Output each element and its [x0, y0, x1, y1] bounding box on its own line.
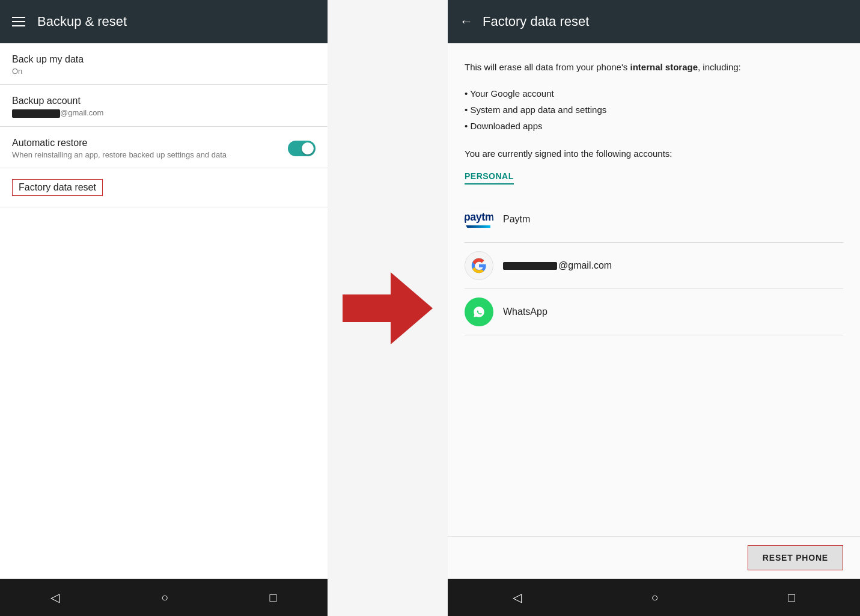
whatsapp-account-item[interactable]: WhatsApp: [465, 289, 843, 335]
right-header: ← Factory data reset: [448, 0, 860, 43]
warning-text-after: , including:: [698, 62, 741, 72]
bullet-list: • Your Google account • System and app d…: [465, 85, 843, 134]
bullet-item-1: • System and app data and settings: [465, 102, 843, 118]
direction-arrow: [343, 272, 433, 344]
backup-account-subtitle: @gmail.com: [12, 108, 316, 118]
bullet-item-0: • Your Google account: [465, 85, 843, 102]
left-recents-nav[interactable]: □: [270, 591, 277, 605]
automatic-restore-subtitle: When reinstalling an app, restore backed…: [12, 150, 227, 159]
right-recents-nav[interactable]: □: [788, 591, 795, 605]
arrow-head: [391, 272, 433, 344]
right-bottom-nav: ◁ ○ □: [448, 579, 860, 616]
reset-phone-section: RESET PHONE: [448, 536, 860, 579]
paytm-account-item[interactable]: paytm Paytm: [465, 197, 843, 243]
back-up-data-item[interactable]: Back up my data On: [0, 43, 328, 85]
right-back-nav[interactable]: ◁: [513, 590, 522, 605]
factory-reset-item[interactable]: Factory data reset: [0, 168, 328, 207]
arrow-annotation: [328, 0, 448, 616]
left-content: Back up my data On Backup account @gmail…: [0, 43, 328, 579]
backup-account-item[interactable]: Backup account @gmail.com: [0, 85, 328, 127]
automatic-restore-item[interactable]: Automatic restore When reinstalling an a…: [0, 127, 328, 168]
warning-bold: internal storage: [630, 62, 698, 72]
blurred-email: [12, 109, 60, 118]
whatsapp-account-name: WhatsApp: [503, 306, 547, 317]
google-email-suffix: @gmail.com: [558, 260, 612, 270]
personal-tab[interactable]: Personal: [465, 171, 514, 184]
warning-text-before: This will erase all data from your phone…: [465, 62, 630, 72]
automatic-restore-title: Automatic restore: [12, 138, 227, 148]
left-back-nav[interactable]: ◁: [50, 590, 59, 605]
factory-reset-label[interactable]: Factory data reset: [12, 179, 103, 196]
right-panel: ← Factory data reset This will erase all…: [448, 0, 860, 616]
left-panel: Backup & reset Back up my data On Backup…: [0, 0, 328, 616]
right-header-title: Factory data reset: [483, 14, 589, 29]
arrow-body: [343, 294, 391, 322]
back-icon[interactable]: ←: [460, 14, 473, 29]
back-up-data-subtitle: On: [12, 67, 316, 76]
hamburger-icon[interactable]: [12, 17, 25, 26]
left-header-title: Backup & reset: [37, 14, 127, 29]
warning-text: This will erase all data from your phone…: [465, 60, 843, 75]
automatic-restore-toggle[interactable]: [288, 141, 316, 156]
email-suffix: @gmail.com: [60, 108, 103, 117]
blurred-google-email: [503, 262, 557, 270]
google-account-name: @gmail.com: [503, 260, 612, 271]
left-home-nav[interactable]: ○: [161, 591, 168, 605]
google-icon: [465, 251, 493, 280]
backup-account-title: Backup account: [12, 96, 316, 106]
reset-phone-button[interactable]: RESET PHONE: [748, 545, 843, 570]
paytm-icon: paytm: [465, 205, 493, 234]
paytm-account-name: Paytm: [503, 214, 530, 225]
back-up-data-title: Back up my data: [12, 54, 316, 65]
bullet-item-2: • Downloaded apps: [465, 118, 843, 134]
right-content: This will erase all data from your phone…: [448, 43, 860, 536]
right-home-nav[interactable]: ○: [651, 591, 658, 605]
whatsapp-icon: [465, 297, 493, 326]
left-header: Backup & reset: [0, 0, 328, 43]
signed-in-text: You are currently signed into the follow…: [465, 148, 843, 159]
paytm-logo-text: paytm: [465, 211, 493, 224]
left-bottom-nav: ◁ ○ □: [0, 579, 328, 616]
google-account-item[interactable]: @gmail.com: [465, 243, 843, 289]
paytm-blue-bar: [465, 225, 490, 228]
